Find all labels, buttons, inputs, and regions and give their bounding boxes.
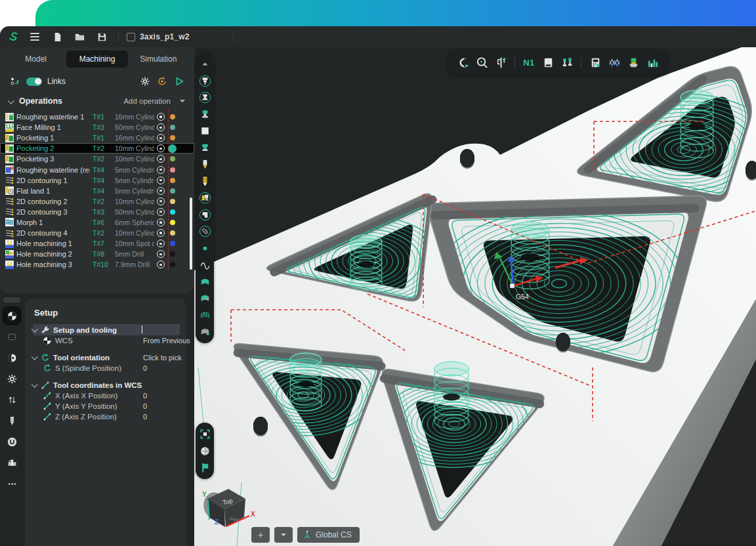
operation-visibility-radio[interactable]: [157, 177, 165, 184]
links-toggle[interactable]: [26, 77, 42, 86]
operation-visibility-radio[interactable]: [157, 187, 165, 195]
add-cs-button[interactable]: +: [251, 527, 270, 543]
operation-visibility-radio[interactable]: [157, 134, 165, 142]
measure-icon[interactable]: [474, 54, 490, 70]
global-cs-selector[interactable]: Global CS: [297, 527, 360, 543]
settings-gear-icon[interactable]: [3, 370, 20, 387]
setup-property-row[interactable]: X (Axis X Position)0: [33, 390, 180, 401]
operation-visibility-radio[interactable]: [157, 229, 165, 237]
drill-tool-icon[interactable]: [3, 412, 20, 429]
operation-visibility-radio[interactable]: [157, 208, 165, 216]
setup-group-header[interactable]: Tool coordinates in WCS: [33, 379, 180, 390]
operation-row[interactable]: 2D contouring 1T#45mm Cylindric: [0, 175, 194, 186]
viewport-3d[interactable]: G54 Top FRONT Y X Z: [194, 47, 756, 546]
setup-property-value[interactable]: 0: [143, 364, 147, 372]
operation-row[interactable]: Morph 1T#66mm Spherica: [0, 217, 194, 228]
stock-icon[interactable]: [540, 54, 556, 70]
operation-row[interactable]: Pocketing 3T#210mm Cylindri: [0, 154, 194, 164]
operation-row[interactable]: Pocketing 1T#116mm Cylindri: [0, 133, 194, 143]
tab-model[interactable]: Model: [5, 51, 66, 68]
setup-property-row[interactable]: S (Spindle Position)0: [33, 363, 180, 373]
tool-holder-icon[interactable]: [198, 91, 212, 104]
magnet-icon[interactable]: [455, 54, 471, 70]
operation-visibility-radio[interactable]: [157, 198, 165, 205]
add-operation-caret-icon[interactable]: [180, 100, 185, 102]
operation-row[interactable]: 2D contouring 2T#210mm Cylindri: [0, 196, 194, 207]
caliper-icon[interactable]: [493, 54, 509, 70]
operation-visibility-radio[interactable]: [157, 240, 165, 247]
stock-square-icon[interactable]: [198, 124, 212, 138]
operation-row[interactable]: Hole machining 2T#85mm Drill: [0, 249, 194, 259]
workpiece-flag-icon[interactable]: [198, 461, 212, 474]
operation-row[interactable]: Flat land 1T#45mm Cylindric: [0, 186, 194, 196]
tool-layers-icon[interactable]: [625, 54, 641, 70]
turn-icon[interactable]: [3, 349, 20, 366]
surface-icon[interactable]: [198, 275, 212, 289]
operation-row[interactable]: Pocketing 2T#210mm Cylindri: [0, 143, 194, 154]
add-operation-button[interactable]: Add operation: [123, 97, 171, 105]
app-logo-icon[interactable]: [7, 30, 20, 43]
shaded-sphere-icon[interactable]: [198, 444, 212, 458]
save-icon[interactable]: [95, 30, 108, 43]
operation-row[interactable]: RRoughing waterline (rest...T#45mm Cylin…: [0, 164, 194, 175]
tab-machining[interactable]: Machining: [66, 51, 127, 68]
operation-visibility-radio[interactable]: [157, 261, 165, 268]
curve-icon[interactable]: [198, 258, 212, 272]
setup-property-row[interactable]: Z (Axis Z Position)0: [33, 411, 180, 422]
operation-row[interactable]: Face Milling 1T#350mm Cylindri: [0, 122, 194, 133]
calculator-icon[interactable]: [587, 54, 603, 70]
play-icon[interactable]: [173, 75, 185, 87]
operation-visibility-radio[interactable]: [157, 250, 165, 258]
spindle-icon[interactable]: [198, 74, 212, 88]
operation-visibility-radio[interactable]: [157, 123, 165, 131]
strip-collapse-pill[interactable]: [3, 297, 20, 303]
setup-property-value[interactable]: From Previous: [143, 337, 190, 345]
vice-icon[interactable]: [3, 454, 20, 471]
menu-icon[interactable]: [30, 33, 39, 40]
setup-property-value[interactable]: 0: [143, 402, 147, 410]
nc-code-icon[interactable]: N1: [521, 54, 537, 70]
tab-simulation[interactable]: Simulation: [128, 51, 189, 68]
setup-property-value[interactable]: 0: [143, 392, 147, 400]
fixture-icon[interactable]: [198, 208, 212, 222]
fit-view-icon[interactable]: [198, 427, 212, 441]
chevron-down-icon[interactable]: [32, 381, 38, 388]
chevron-up-icon[interactable]: [198, 57, 212, 71]
operation-visibility-radio[interactable]: [157, 166, 165, 174]
new-file-icon[interactable]: [51, 30, 64, 43]
operation-row[interactable]: 2D contouring 3T#350mm Cylindri: [0, 207, 194, 217]
tool-compare-icon[interactable]: [559, 54, 575, 70]
setup-group-header[interactable]: Setup and tooling: [33, 324, 180, 335]
surface-2-icon[interactable]: [198, 291, 212, 305]
setup-property-row[interactable]: WCSFrom Previous: [33, 335, 180, 346]
tool-teal-icon[interactable]: [198, 108, 212, 121]
sync-machine-icon[interactable]: [156, 75, 168, 87]
setup-group-header[interactable]: Tool orientationClick to pick: [33, 352, 180, 363]
chevron-down-icon[interactable]: [32, 326, 38, 333]
operation-visibility-radio[interactable]: [157, 155, 165, 163]
operation-row[interactable]: Hole machining 3T#107.9mm Drill: [0, 259, 194, 270]
waves-icon[interactable]: [606, 54, 622, 70]
dot-icon[interactable]: [198, 242, 212, 255]
holder-icon[interactable]: [3, 433, 20, 450]
chevron-down-icon[interactable]: [32, 354, 38, 360]
settings-gear-icon[interactable]: [139, 75, 151, 87]
operations-scrollbar[interactable]: [190, 198, 192, 270]
setup-property-row[interactable]: Y (Axis Y Position)0: [33, 401, 180, 411]
wcs-target-icon[interactable]: [3, 307, 20, 324]
operation-visibility-radio[interactable]: [157, 113, 165, 121]
drill-striped-icon[interactable]: [198, 175, 212, 188]
operation-visibility-radio[interactable]: [157, 144, 165, 152]
cs-dropdown-caret[interactable]: [274, 527, 293, 543]
transform-icon[interactable]: [3, 391, 20, 408]
setup-group-value[interactable]: Click to pick: [143, 354, 182, 362]
chevron-down-icon[interactable]: [8, 97, 14, 104]
solid-icon[interactable]: [198, 325, 212, 339]
tool-tip-icon[interactable]: [198, 158, 212, 171]
operation-row[interactable]: 2D contouring 4T#210mm Cylindri: [0, 228, 194, 238]
more-icon[interactable]: [3, 475, 20, 492]
mesh-icon[interactable]: [198, 224, 212, 238]
setup-property-value[interactable]: 0: [143, 413, 147, 421]
machine-icon[interactable]: [198, 191, 212, 205]
operation-visibility-radio[interactable]: [157, 219, 165, 226]
